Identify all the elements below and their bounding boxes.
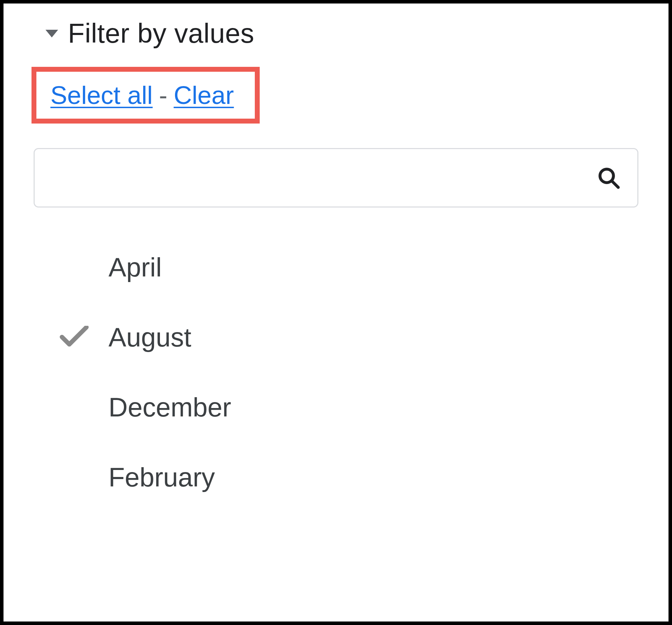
filter-panel: Filter by values Select all - Clear Apri… — [0, 0, 672, 625]
item-label: December — [108, 392, 231, 422]
item-label: February — [108, 462, 215, 492]
list-item[interactable]: April — [59, 232, 651, 302]
filter-title: Filter by values — [68, 17, 254, 49]
value-list: April August December February — [21, 232, 651, 512]
list-item[interactable]: August — [59, 302, 651, 372]
clear-link[interactable]: Clear — [174, 81, 234, 110]
check-slot — [59, 326, 108, 348]
item-label: April — [108, 252, 162, 282]
select-all-link[interactable]: Select all — [50, 81, 153, 110]
caret-down-icon — [46, 30, 58, 37]
list-item[interactable]: February — [59, 442, 651, 512]
search-container — [34, 148, 638, 208]
search-icon[interactable] — [596, 166, 621, 190]
select-clear-highlight: Select all - Clear — [31, 67, 260, 124]
search-input[interactable] — [34, 148, 638, 208]
item-label: August — [108, 322, 191, 352]
check-icon — [59, 326, 89, 348]
svg-line-1 — [612, 181, 618, 188]
list-item[interactable]: December — [59, 372, 651, 442]
filter-header[interactable]: Filter by values — [21, 17, 651, 49]
separator-text: - — [153, 81, 174, 110]
